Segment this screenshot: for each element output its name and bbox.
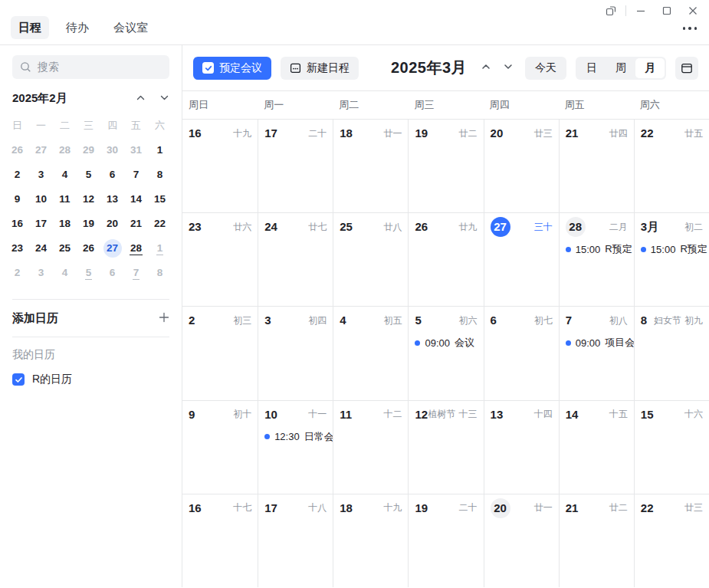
day-cell[interactable]: 27三十 <box>484 213 559 306</box>
day-cell[interactable]: 11十二 <box>333 401 408 494</box>
mini-day[interactable]: 12 <box>80 190 98 209</box>
mini-next-month-icon[interactable] <box>159 93 169 105</box>
tab-meeting-rooms[interactable]: 会议室 <box>106 16 156 39</box>
mini-day[interactable]: 31 <box>127 141 146 159</box>
day-cell[interactable]: 8妇女节初九 <box>634 307 709 399</box>
mini-prev-month-icon[interactable] <box>136 93 146 105</box>
mini-day[interactable]: 30 <box>103 141 122 159</box>
mini-day[interactable]: 7 <box>127 166 146 184</box>
mini-day[interactable]: 9 <box>8 190 27 209</box>
mini-day[interactable]: 3 <box>32 264 51 282</box>
day-cell[interactable]: 20廿三 <box>484 120 559 212</box>
day-cell[interactable]: 24廿七 <box>258 213 333 306</box>
mini-day[interactable]: 2 <box>8 264 27 282</box>
mini-day[interactable]: 4 <box>56 264 74 282</box>
day-cell[interactable]: 10十一12:30日常会 <box>258 401 333 494</box>
calendar-list-item[interactable]: R的日历 <box>12 373 169 386</box>
add-calendar-plus-icon[interactable] <box>159 312 169 325</box>
mini-day[interactable]: 27 <box>32 141 51 159</box>
mini-day[interactable]: 14 <box>127 190 146 209</box>
day-cell[interactable]: 20廿一 <box>484 494 559 587</box>
maximize-icon[interactable] <box>654 2 680 20</box>
day-cell[interactable]: 21廿四 <box>559 120 634 212</box>
view-day[interactable]: 日 <box>577 58 606 78</box>
day-cell[interactable]: 6初七 <box>484 307 559 399</box>
day-cell[interactable]: 4初五 <box>333 307 408 399</box>
tab-schedule[interactable]: 日程 <box>11 16 49 39</box>
mini-day[interactable]: 25 <box>56 239 74 258</box>
calendar-checkbox[interactable] <box>12 373 25 386</box>
mini-day[interactable]: 6 <box>103 264 122 282</box>
day-cell[interactable]: 13十四 <box>484 401 559 494</box>
mini-day[interactable]: 15 <box>151 190 169 209</box>
day-cell[interactable]: 17十八 <box>258 494 333 587</box>
day-cell[interactable]: 26廿九 <box>408 213 483 306</box>
mini-day[interactable]: 16 <box>8 215 27 233</box>
mini-day[interactable]: 20 <box>103 215 122 233</box>
prev-month-icon[interactable] <box>481 61 491 74</box>
more-menu-icon[interactable] <box>681 24 699 33</box>
mini-day[interactable]: 6 <box>103 166 122 184</box>
mini-day[interactable]: 22 <box>151 215 169 233</box>
day-cell[interactable]: 16十七 <box>182 494 258 587</box>
day-cell[interactable]: 3月初二15:00R预定 <box>634 213 709 306</box>
new-event-button[interactable]: 新建日程 <box>281 57 359 80</box>
day-cell[interactable]: 19廿二 <box>408 120 483 212</box>
day-cell[interactable]: 14十五 <box>559 401 634 494</box>
book-meeting-button[interactable]: 预定会议 <box>193 57 271 80</box>
mini-day[interactable]: 10 <box>32 190 51 209</box>
search-input[interactable]: 搜索 <box>12 55 169 79</box>
day-cell[interactable]: 9初十 <box>182 401 258 494</box>
day-cell[interactable]: 12植树节十三 <box>408 401 483 494</box>
day-cell[interactable]: 2初三 <box>182 307 258 399</box>
mini-day[interactable]: 17 <box>32 215 51 233</box>
tab-todo[interactable]: 待办 <box>58 16 97 39</box>
mini-day[interactable]: 18 <box>56 215 74 233</box>
day-cell[interactable]: 22廿三 <box>634 494 709 587</box>
mini-day[interactable]: 28 <box>127 239 146 258</box>
event-item[interactable]: 15:00R预定 <box>560 242 634 256</box>
calendar-panel-button[interactable] <box>675 57 698 80</box>
mini-day[interactable]: 8 <box>151 166 169 184</box>
popout-icon[interactable] <box>598 2 624 20</box>
day-cell[interactable]: 25廿八 <box>333 213 408 306</box>
event-item[interactable]: 09:00会议 <box>409 336 483 350</box>
mini-day[interactable]: 23 <box>8 239 27 258</box>
today-button[interactable]: 今天 <box>525 57 566 80</box>
mini-day[interactable]: 5 <box>80 264 98 282</box>
day-cell[interactable]: 23廿六 <box>182 213 258 306</box>
next-month-icon[interactable] <box>503 61 514 74</box>
mini-day[interactable]: 4 <box>56 166 74 184</box>
mini-day[interactable]: 13 <box>103 190 122 209</box>
day-cell[interactable]: 5初六09:00会议 <box>408 307 483 399</box>
mini-day[interactable]: 26 <box>80 239 98 258</box>
mini-day[interactable]: 21 <box>127 215 146 233</box>
mini-day[interactable]: 5 <box>80 166 98 184</box>
day-cell[interactable]: 17二十 <box>258 120 333 212</box>
mini-day[interactable]: 11 <box>56 190 74 209</box>
mini-day[interactable]: 2 <box>8 166 27 184</box>
minimize-icon[interactable] <box>628 2 654 20</box>
day-cell[interactable]: 22廿五 <box>634 120 709 212</box>
day-cell[interactable]: 19二十 <box>408 494 483 587</box>
mini-day[interactable]: 3 <box>32 166 51 184</box>
view-month[interactable]: 月 <box>635 58 665 78</box>
mini-day[interactable]: 24 <box>32 239 51 258</box>
mini-day[interactable]: 7 <box>127 264 146 282</box>
event-item[interactable]: 15:00R预定 <box>635 242 709 256</box>
day-cell[interactable]: 7初八09:00项目会 <box>559 307 634 399</box>
view-week[interactable]: 周 <box>606 58 635 78</box>
day-cell[interactable]: 21廿二 <box>559 494 634 587</box>
mini-day[interactable]: 8 <box>151 264 169 282</box>
mini-day[interactable]: 1 <box>151 141 169 159</box>
mini-day[interactable]: 27 <box>103 239 122 258</box>
day-cell[interactable]: 15十六 <box>634 401 709 494</box>
day-cell[interactable]: 18廿一 <box>333 120 408 212</box>
day-cell[interactable]: 3初四 <box>258 307 333 399</box>
mini-day[interactable]: 29 <box>80 141 98 159</box>
event-item[interactable]: 09:00项目会 <box>560 336 634 350</box>
close-icon[interactable] <box>680 2 706 20</box>
event-item[interactable]: 12:30日常会 <box>258 430 333 444</box>
day-cell[interactable]: 16十九 <box>182 120 258 212</box>
day-cell[interactable]: 18十九 <box>333 494 408 587</box>
